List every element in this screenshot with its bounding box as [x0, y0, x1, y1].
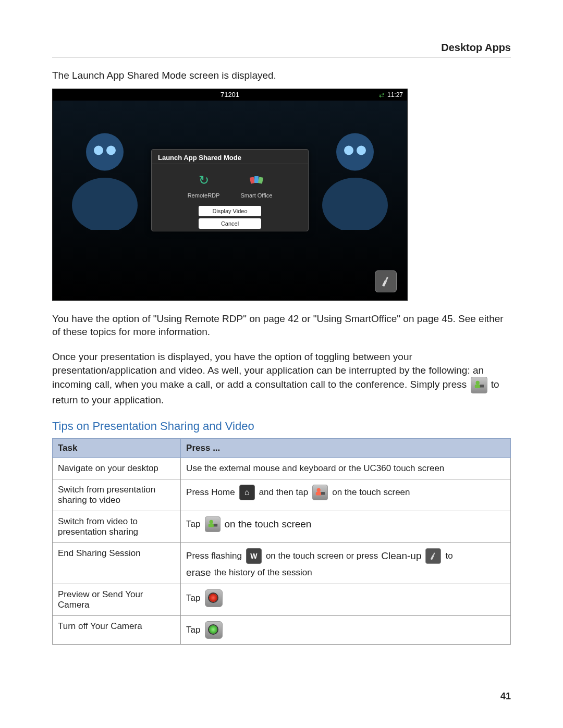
svg-point-0	[86, 133, 124, 170]
press-cell: Tap on the touch screen	[181, 511, 511, 542]
camera-record-icon	[205, 589, 223, 607]
svg-rect-16	[316, 492, 322, 495]
svg-rect-14	[480, 385, 483, 388]
svg-point-15	[317, 488, 321, 492]
modal-launch-app: Launch App Shared Mode ↻ RemoteRDP Smart…	[151, 149, 309, 231]
para3-part1: Once your presentation is displayed, you…	[52, 351, 484, 390]
col-task: Task	[53, 438, 181, 458]
paragraph-options: You have the option of "Using Remote RDP…	[52, 312, 511, 339]
svg-point-18	[209, 520, 213, 524]
svg-rect-8	[250, 177, 255, 183]
svg-point-7	[357, 145, 366, 155]
press-cell: Press Home ⌂ and then tap on the touch s…	[181, 479, 511, 511]
remoterdp-icon: ↻	[195, 171, 213, 189]
status-time: 11:27	[387, 91, 403, 98]
svg-rect-9	[254, 176, 259, 183]
camera-off-icon	[205, 621, 223, 639]
home-icon: ⌂	[239, 485, 255, 500]
press-cell: Tap	[181, 584, 511, 615]
app-smartoffice-label: Smart Office	[240, 192, 272, 199]
svg-rect-19	[208, 524, 214, 527]
svg-point-2	[94, 145, 103, 155]
status-bar: 71201 ⇄ 11:27	[53, 89, 407, 101]
modal-title: Launch App Shared Mode	[152, 150, 308, 164]
task-cell: End Sharing Session	[53, 542, 181, 584]
svg-point-4	[336, 133, 374, 170]
presentation-app-icon: W	[246, 548, 262, 564]
intro-text: The Launch App Shared Mode screen is dis…	[52, 69, 511, 82]
svg-rect-17	[321, 492, 325, 495]
paragraph-toggle: Once your presentation is displayed, you…	[52, 350, 511, 407]
svg-rect-13	[474, 385, 480, 388]
page-number: 41	[500, 691, 511, 702]
press-cell: Use the external mouse and keyboard or t…	[181, 458, 511, 479]
app-remoterdp[interactable]: ↻ RemoteRDP	[188, 171, 220, 199]
section-heading-tips: Tips on Presentation Sharing and Video	[52, 419, 511, 433]
svg-rect-10	[258, 177, 263, 183]
presentation-share-icon	[312, 485, 328, 500]
page-header: Desktop Apps	[52, 42, 511, 57]
avatar-left	[66, 126, 144, 230]
cleanup-icon[interactable]	[375, 270, 397, 292]
task-cell: Preview or Send Your Camera	[53, 584, 181, 615]
svg-point-1	[72, 178, 138, 230]
display-video-button[interactable]: Display Video	[199, 206, 261, 216]
press-cell: Press flashing W on the touch screen or …	[181, 542, 511, 584]
screenshot-launch-app-shared-mode: 71201 ⇄ 11:27 Launch App Shared Mode ↻ R…	[52, 89, 408, 301]
task-cell: Navigate on your desktop	[53, 458, 181, 479]
col-press: Press ...	[181, 438, 511, 458]
table-row: Turn off Your Camera Tap	[53, 615, 511, 644]
table-row: Switch from presentation sharing to vide…	[53, 479, 511, 511]
smartoffice-icon	[248, 171, 265, 189]
table-row: Navigate on your desktop Use the externa…	[53, 458, 511, 479]
table-row: End Sharing Session Press flashing W on …	[53, 542, 511, 584]
svg-point-3	[106, 145, 116, 155]
presentation-share-icon	[205, 516, 221, 532]
cleanup-icon	[425, 548, 441, 564]
press-cell: Tap	[181, 615, 511, 644]
app-remoterdp-label: RemoteRDP	[188, 192, 220, 199]
presentation-share-icon	[471, 377, 487, 393]
svg-point-12	[475, 381, 479, 385]
status-number: 71201	[221, 91, 239, 98]
svg-point-5	[322, 178, 388, 230]
table-row: Preview or Send Your Camera Tap	[53, 584, 511, 615]
header-title: Desktop Apps	[441, 42, 511, 53]
cancel-button[interactable]: Cancel	[199, 218, 261, 229]
svg-rect-20	[213, 524, 217, 527]
svg-point-6	[344, 145, 353, 155]
task-cell: Turn off Your Camera	[53, 615, 181, 644]
task-cell: Switch from presentation sharing to vide…	[53, 479, 181, 511]
tips-table: Task Press ... Navigate on your desktop …	[52, 438, 511, 645]
table-row: Switch from video to presentation sharin…	[53, 511, 511, 542]
sync-icon: ⇄	[379, 91, 384, 98]
avatar-right	[316, 126, 394, 230]
task-cell: Switch from video to presentation sharin…	[53, 511, 181, 542]
app-smartoffice[interactable]: Smart Office	[240, 171, 272, 199]
